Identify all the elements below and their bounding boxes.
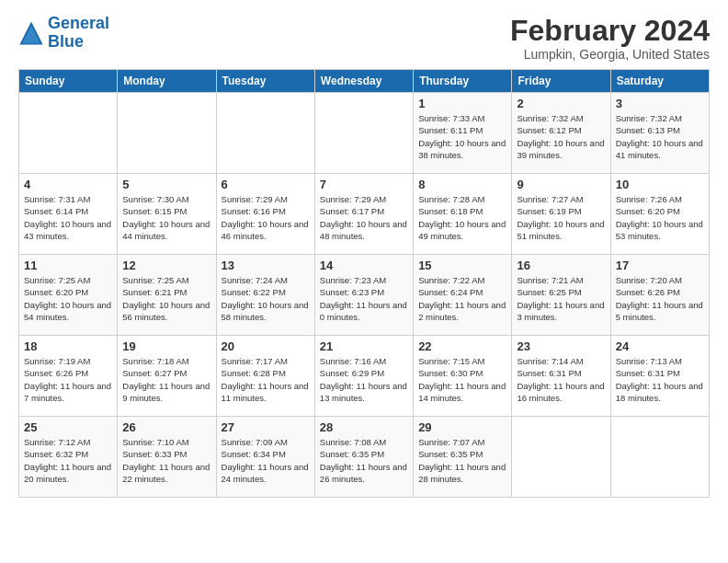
calendar-cell: 5Sunrise: 7:30 AM Sunset: 6:15 PM Daylig… bbox=[118, 174, 216, 255]
day-number: 2 bbox=[517, 97, 605, 110]
day-info: Sunrise: 7:26 AM Sunset: 6:20 PM Dayligh… bbox=[616, 193, 704, 242]
logo-text: General Blue bbox=[48, 15, 109, 52]
day-info: Sunrise: 7:25 AM Sunset: 6:20 PM Dayligh… bbox=[24, 274, 112, 323]
day-number: 23 bbox=[517, 339, 605, 353]
day-number: 21 bbox=[320, 339, 408, 353]
day-info: Sunrise: 7:14 AM Sunset: 6:31 PM Dayligh… bbox=[517, 355, 605, 404]
day-number: 15 bbox=[418, 259, 506, 272]
day-number: 17 bbox=[616, 259, 704, 272]
header-friday: Friday bbox=[512, 70, 610, 93]
header-monday: Monday bbox=[118, 70, 216, 93]
day-info: Sunrise: 7:25 AM Sunset: 6:21 PM Dayligh… bbox=[122, 274, 210, 323]
day-info: Sunrise: 7:29 AM Sunset: 6:17 PM Dayligh… bbox=[320, 193, 408, 242]
day-info: Sunrise: 7:28 AM Sunset: 6:18 PM Dayligh… bbox=[418, 193, 506, 242]
day-number: 4 bbox=[24, 178, 112, 191]
calendar-cell bbox=[216, 93, 314, 174]
calendar-cell: 27Sunrise: 7:09 AM Sunset: 6:34 PM Dayli… bbox=[216, 417, 314, 498]
day-info: Sunrise: 7:17 AM Sunset: 6:28 PM Dayligh… bbox=[222, 355, 310, 404]
day-number: 22 bbox=[418, 339, 506, 353]
day-info: Sunrise: 7:13 AM Sunset: 6:31 PM Dayligh… bbox=[616, 355, 704, 404]
logo-line1: General bbox=[48, 14, 109, 32]
day-info: Sunrise: 7:20 AM Sunset: 6:26 PM Dayligh… bbox=[616, 274, 704, 323]
calendar-cell: 6Sunrise: 7:29 AM Sunset: 6:16 PM Daylig… bbox=[216, 174, 314, 255]
header-saturday: Saturday bbox=[610, 70, 709, 93]
day-info: Sunrise: 7:24 AM Sunset: 6:22 PM Dayligh… bbox=[222, 274, 310, 323]
day-number: 11 bbox=[24, 259, 112, 272]
page: General Blue February 2024 Lumpkin, Geor… bbox=[0, 0, 728, 507]
day-number: 1 bbox=[418, 97, 506, 110]
day-number: 9 bbox=[517, 178, 605, 191]
calendar-header-row: Sunday Monday Tuesday Wednesday Thursday… bbox=[19, 70, 710, 93]
calendar-cell: 28Sunrise: 7:08 AM Sunset: 6:35 PM Dayli… bbox=[314, 417, 413, 498]
calendar-cell bbox=[512, 417, 610, 498]
day-info: Sunrise: 7:23 AM Sunset: 6:23 PM Dayligh… bbox=[320, 274, 408, 323]
calendar-cell: 2Sunrise: 7:32 AM Sunset: 6:12 PM Daylig… bbox=[512, 93, 610, 174]
day-info: Sunrise: 7:30 AM Sunset: 6:15 PM Dayligh… bbox=[122, 193, 210, 242]
calendar-cell: 14Sunrise: 7:23 AM Sunset: 6:23 PM Dayli… bbox=[314, 255, 413, 336]
calendar-cell: 20Sunrise: 7:17 AM Sunset: 6:28 PM Dayli… bbox=[216, 336, 314, 417]
location: Lumpkin, Georgia, United States bbox=[510, 47, 710, 62]
header-thursday: Thursday bbox=[414, 70, 512, 93]
month-title: February 2024 bbox=[510, 15, 710, 47]
day-number: 10 bbox=[616, 178, 704, 191]
day-info: Sunrise: 7:18 AM Sunset: 6:27 PM Dayligh… bbox=[122, 355, 210, 404]
calendar-cell: 21Sunrise: 7:16 AM Sunset: 6:29 PM Dayli… bbox=[314, 336, 413, 417]
header-sunday: Sunday bbox=[19, 70, 118, 93]
logo-icon bbox=[18, 20, 44, 46]
day-info: Sunrise: 7:33 AM Sunset: 6:11 PM Dayligh… bbox=[418, 112, 506, 161]
day-number: 24 bbox=[616, 339, 704, 353]
day-number: 12 bbox=[122, 259, 210, 272]
day-number: 26 bbox=[122, 420, 210, 434]
day-number: 20 bbox=[222, 339, 310, 353]
day-number: 13 bbox=[222, 259, 310, 272]
calendar-cell: 11Sunrise: 7:25 AM Sunset: 6:20 PM Dayli… bbox=[19, 255, 118, 336]
day-number: 14 bbox=[320, 259, 408, 272]
day-info: Sunrise: 7:32 AM Sunset: 6:12 PM Dayligh… bbox=[517, 112, 605, 161]
day-number: 5 bbox=[122, 178, 210, 191]
day-info: Sunrise: 7:15 AM Sunset: 6:30 PM Dayligh… bbox=[418, 355, 506, 404]
day-info: Sunrise: 7:19 AM Sunset: 6:26 PM Dayligh… bbox=[24, 355, 112, 404]
calendar-week-2: 11Sunrise: 7:25 AM Sunset: 6:20 PM Dayli… bbox=[19, 255, 710, 336]
day-info: Sunrise: 7:22 AM Sunset: 6:24 PM Dayligh… bbox=[418, 274, 506, 323]
header-wednesday: Wednesday bbox=[314, 70, 413, 93]
day-number: 6 bbox=[222, 178, 310, 191]
calendar-cell: 13Sunrise: 7:24 AM Sunset: 6:22 PM Dayli… bbox=[216, 255, 314, 336]
day-number: 28 bbox=[320, 420, 408, 434]
calendar-cell: 9Sunrise: 7:27 AM Sunset: 6:19 PM Daylig… bbox=[512, 174, 610, 255]
calendar-cell: 8Sunrise: 7:28 AM Sunset: 6:18 PM Daylig… bbox=[414, 174, 512, 255]
calendar-cell: 3Sunrise: 7:32 AM Sunset: 6:13 PM Daylig… bbox=[610, 93, 709, 174]
day-info: Sunrise: 7:09 AM Sunset: 6:34 PM Dayligh… bbox=[222, 436, 310, 485]
calendar-week-1: 4Sunrise: 7:31 AM Sunset: 6:14 PM Daylig… bbox=[19, 174, 710, 255]
day-number: 29 bbox=[418, 420, 506, 434]
calendar-cell: 26Sunrise: 7:10 AM Sunset: 6:33 PM Dayli… bbox=[118, 417, 216, 498]
calendar-cell bbox=[314, 93, 413, 174]
day-info: Sunrise: 7:32 AM Sunset: 6:13 PM Dayligh… bbox=[616, 112, 704, 161]
calendar-cell: 12Sunrise: 7:25 AM Sunset: 6:21 PM Dayli… bbox=[118, 255, 216, 336]
calendar-cell: 24Sunrise: 7:13 AM Sunset: 6:31 PM Dayli… bbox=[610, 336, 709, 417]
day-number: 8 bbox=[418, 178, 506, 191]
calendar-cell: 17Sunrise: 7:20 AM Sunset: 6:26 PM Dayli… bbox=[610, 255, 709, 336]
calendar-week-3: 18Sunrise: 7:19 AM Sunset: 6:26 PM Dayli… bbox=[19, 336, 710, 417]
calendar-week-4: 25Sunrise: 7:12 AM Sunset: 6:32 PM Dayli… bbox=[19, 417, 710, 498]
day-info: Sunrise: 7:29 AM Sunset: 6:16 PM Dayligh… bbox=[222, 193, 310, 242]
calendar-cell: 22Sunrise: 7:15 AM Sunset: 6:30 PM Dayli… bbox=[414, 336, 512, 417]
day-info: Sunrise: 7:08 AM Sunset: 6:35 PM Dayligh… bbox=[320, 436, 408, 485]
day-info: Sunrise: 7:27 AM Sunset: 6:19 PM Dayligh… bbox=[517, 193, 605, 242]
calendar-cell: 7Sunrise: 7:29 AM Sunset: 6:17 PM Daylig… bbox=[314, 174, 413, 255]
day-number: 18 bbox=[24, 339, 112, 353]
calendar-cell: 29Sunrise: 7:07 AM Sunset: 6:35 PM Dayli… bbox=[414, 417, 512, 498]
calendar-cell: 15Sunrise: 7:22 AM Sunset: 6:24 PM Dayli… bbox=[414, 255, 512, 336]
calendar-cell: 10Sunrise: 7:26 AM Sunset: 6:20 PM Dayli… bbox=[610, 174, 709, 255]
day-number: 19 bbox=[122, 339, 210, 353]
calendar-cell bbox=[19, 93, 118, 174]
calendar-cell: 18Sunrise: 7:19 AM Sunset: 6:26 PM Dayli… bbox=[19, 336, 118, 417]
header-tuesday: Tuesday bbox=[216, 70, 314, 93]
logo-line2: Blue bbox=[48, 32, 84, 51]
day-number: 27 bbox=[222, 420, 310, 434]
calendar-cell: 16Sunrise: 7:21 AM Sunset: 6:25 PM Dayli… bbox=[512, 255, 610, 336]
calendar-cell: 4Sunrise: 7:31 AM Sunset: 6:14 PM Daylig… bbox=[19, 174, 118, 255]
day-info: Sunrise: 7:10 AM Sunset: 6:33 PM Dayligh… bbox=[122, 436, 210, 485]
day-info: Sunrise: 7:16 AM Sunset: 6:29 PM Dayligh… bbox=[320, 355, 408, 404]
day-info: Sunrise: 7:21 AM Sunset: 6:25 PM Dayligh… bbox=[517, 274, 605, 323]
calendar-cell: 25Sunrise: 7:12 AM Sunset: 6:32 PM Dayli… bbox=[19, 417, 118, 498]
